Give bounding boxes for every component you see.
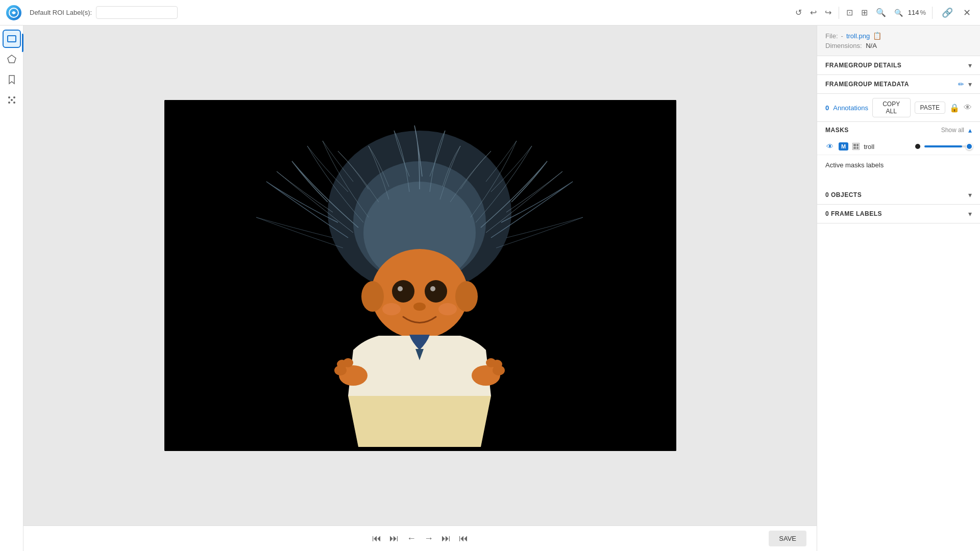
svg-point-15: [425, 280, 447, 303]
objects-chevron: ▾: [968, 191, 972, 199]
frame-labels-chevron: ▾: [968, 210, 972, 218]
filename: troll.png: [846, 32, 870, 40]
mask-visibility-btn[interactable]: 👁: [825, 141, 835, 152]
next-frame-btn[interactable]: →: [420, 529, 437, 548]
framegroup-metadata-section: FRAMEGROUP METADATA ✏ ▾: [817, 75, 980, 94]
zoom-out-btn[interactable]: 🔍: [891, 6, 906, 20]
right-panel: File: - troll.png 📋 Dimensions: N/A FRAM…: [817, 26, 980, 551]
canvas-area: ⏮ ⏭ ← → ⏭ ⏮ SAVE: [23, 26, 817, 551]
annotations-label: Annotations: [833, 104, 868, 112]
mask-type-icon: M: [839, 142, 848, 151]
bottom-nav-wrapper: ⏮ ⏭ ← → ⏭ ⏮ SAVE: [23, 529, 817, 548]
frame-labels-section[interactable]: 0 FRAME LABELS ▾: [817, 205, 980, 223]
copy-filename-icon[interactable]: 📋: [873, 32, 881, 40]
svg-point-11: [371, 249, 468, 339]
framegroup-details-header[interactable]: FRAMEGROUP DETAILS ▾: [817, 56, 980, 74]
file-label: File:: [825, 32, 838, 40]
file-separator: -: [841, 32, 843, 40]
dimensions-value: N/A: [866, 42, 877, 49]
rotate-left-btn[interactable]: ↺: [792, 5, 805, 20]
masks-section: MASKS Show all ▴ 👁 M troll: [817, 122, 980, 186]
zoom-percent: %: [920, 9, 926, 16]
points-tool-btn[interactable]: [3, 91, 21, 109]
redo-btn[interactable]: ↪: [822, 5, 835, 20]
active-masks-label: Active masks labels: [825, 161, 884, 169]
annotations-count: 0: [825, 104, 829, 112]
bookmark-tool-btn[interactable]: [3, 70, 21, 89]
mask-grid-btn[interactable]: [852, 143, 860, 150]
framegroup-details-title: FRAMEGROUP DETAILS: [825, 62, 901, 69]
svg-point-25: [343, 358, 353, 367]
mask-item: 👁 M troll: [817, 138, 980, 155]
objects-title: 0 OBJECTS: [825, 191, 862, 198]
framegroup-details-chevron: ▾: [968, 61, 972, 69]
dimensions-row: Dimensions: N/A: [825, 42, 972, 49]
active-masks-area: Active masks labels: [817, 155, 980, 186]
masks-collapse-icon[interactable]: ▴: [968, 126, 972, 134]
prev-frame-btn[interactable]: ←: [403, 529, 420, 548]
file-info: File: - troll.png 📋 Dimensions: N/A: [817, 26, 980, 56]
framegroup-details-section: FRAMEGROUP DETAILS ▾: [817, 56, 980, 75]
prev-keyframe-btn[interactable]: ⏭: [385, 529, 403, 548]
left-sidebar: [0, 26, 23, 551]
frame-labels-title: 0 FRAME LABELS: [825, 210, 882, 217]
dimensions-label: Dimensions:: [825, 42, 862, 49]
svg-point-12: [361, 281, 384, 312]
bottom-nav: ⏮ ⏭ ← → ⏭ ⏮ SAVE: [23, 525, 817, 551]
objects-section[interactable]: 0 OBJECTS ▾: [817, 186, 980, 205]
svg-point-2: [8, 96, 10, 98]
last-frame-btn[interactable]: ⏮: [455, 529, 472, 548]
zoom-display: 114 %: [908, 9, 926, 16]
svg-point-20: [438, 303, 457, 315]
framegroup-metadata-title: FRAMEGROUP METADATA: [825, 81, 909, 88]
svg-rect-1: [8, 36, 16, 42]
paste-btn[interactable]: PASTE: [915, 102, 945, 114]
svg-point-17: [430, 286, 435, 291]
troll-svg: [164, 100, 676, 451]
metadata-edit-icon[interactable]: ✏: [958, 80, 964, 88]
svg-point-18: [413, 303, 426, 311]
masks-title: MASKS: [825, 127, 849, 134]
main-content: ⏮ ⏭ ← → ⏭ ⏮ SAVE File: - troll.png 📋: [0, 26, 980, 551]
polygon-tool-btn[interactable]: [3, 50, 21, 68]
toolbar-sep-2: [932, 7, 933, 19]
svg-point-19: [382, 303, 401, 315]
mask-color-dot: [915, 144, 920, 149]
svg-point-13: [455, 281, 478, 312]
svg-point-28: [486, 358, 496, 367]
canvas-container[interactable]: [23, 26, 817, 525]
save-btn[interactable]: SAVE: [769, 531, 806, 546]
svg-point-5: [13, 102, 15, 104]
annotations-row: 0 Annotations COPY ALL PASTE 🔒 👁: [817, 94, 980, 122]
first-frame-btn[interactable]: ⏮: [368, 529, 385, 548]
roi-input[interactable]: [96, 6, 178, 19]
fit-screen-btn[interactable]: ⊞: [858, 5, 871, 20]
mask-opacity-slider[interactable]: [924, 145, 972, 147]
svg-point-16: [398, 286, 403, 291]
link-btn[interactable]: 🔗: [939, 4, 956, 21]
masks-header[interactable]: MASKS Show all ▴: [817, 122, 980, 138]
canvas-image: [164, 100, 676, 451]
framegroup-metadata-chevron: ▾: [968, 80, 972, 88]
toolbar-actions: ↺ ↩ ↪ ⊡ ⊞ 🔍 🔍 114 %: [792, 5, 926, 20]
svg-point-14: [392, 280, 414, 303]
copy-all-btn[interactable]: COPY ALL: [872, 98, 911, 117]
framegroup-metadata-header[interactable]: FRAMEGROUP METADATA ✏ ▾: [817, 75, 980, 93]
undo-btn[interactable]: ↩: [807, 5, 820, 20]
roi-label: Default ROI Label(s):: [30, 9, 92, 16]
svg-point-4: [8, 102, 10, 104]
show-all-link[interactable]: Show all: [941, 127, 964, 134]
next-keyframe-btn[interactable]: ⏭: [437, 529, 455, 548]
toolbar-sep-1: [839, 7, 839, 19]
lock-icon[interactable]: 🔒: [949, 103, 960, 113]
close-btn[interactable]: ✕: [960, 4, 974, 21]
svg-point-6: [11, 99, 13, 101]
app-logo: [6, 5, 21, 20]
rectangle-tool-btn[interactable]: [3, 30, 21, 48]
mask-name: troll: [864, 143, 911, 151]
visibility-icon[interactable]: 👁: [964, 103, 972, 112]
top-toolbar: Default ROI Label(s): ↺ ↩ ↪ ⊡ ⊞ 🔍 🔍 114 …: [0, 0, 980, 26]
svg-point-3: [13, 96, 15, 98]
zoom-in-btn[interactable]: 🔍: [873, 5, 889, 20]
fit-width-btn[interactable]: ⊡: [843, 5, 856, 20]
